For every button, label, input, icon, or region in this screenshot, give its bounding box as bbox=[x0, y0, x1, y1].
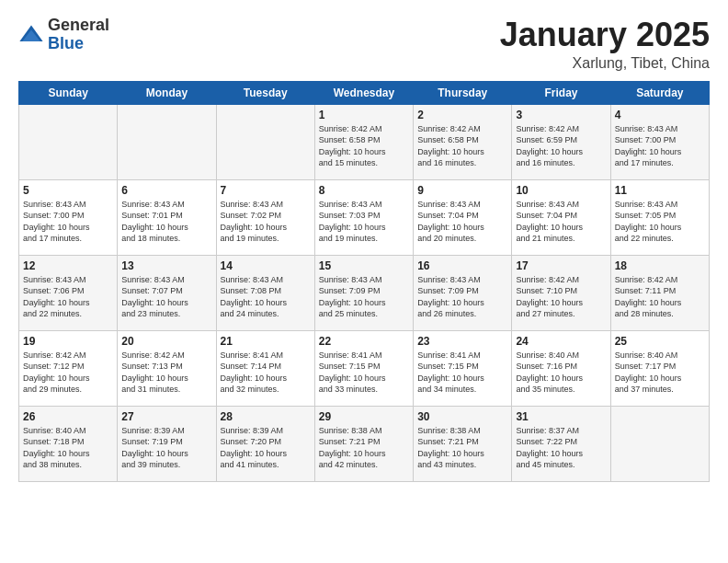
week-row-3: 12Sunrise: 8:43 AMSunset: 7:06 PMDayligh… bbox=[19, 255, 710, 330]
day-number: 6 bbox=[121, 184, 211, 197]
col-wednesday: Wednesday bbox=[314, 81, 413, 104]
day-detail: Sunrise: 8:42 AMSunset: 6:59 PMDaylight:… bbox=[516, 123, 606, 169]
day-number: 22 bbox=[319, 335, 409, 348]
day-cell: 15Sunrise: 8:43 AMSunset: 7:09 PMDayligh… bbox=[314, 255, 413, 330]
day-number: 25 bbox=[615, 335, 705, 348]
day-detail: Sunrise: 8:40 AMSunset: 7:16 PMDaylight:… bbox=[516, 350, 606, 396]
day-number: 29 bbox=[319, 410, 409, 423]
day-cell: 7Sunrise: 8:43 AMSunset: 7:02 PMDaylight… bbox=[216, 179, 314, 255]
day-detail: Sunrise: 8:40 AMSunset: 7:18 PMDaylight:… bbox=[23, 425, 113, 471]
day-cell: 27Sunrise: 8:39 AMSunset: 7:19 PMDayligh… bbox=[118, 406, 216, 481]
day-cell: 29Sunrise: 8:38 AMSunset: 7:21 PMDayligh… bbox=[314, 406, 413, 481]
day-detail: Sunrise: 8:41 AMSunset: 7:15 PMDaylight:… bbox=[319, 350, 409, 396]
day-cell: 26Sunrise: 8:40 AMSunset: 7:18 PMDayligh… bbox=[19, 406, 118, 481]
day-number: 21 bbox=[221, 335, 311, 348]
day-cell bbox=[19, 104, 118, 179]
day-number: 4 bbox=[615, 109, 705, 121]
day-cell: 22Sunrise: 8:41 AMSunset: 7:15 PMDayligh… bbox=[314, 330, 413, 406]
day-detail: Sunrise: 8:43 AMSunset: 7:02 PMDaylight:… bbox=[221, 199, 311, 245]
col-monday: Monday bbox=[118, 81, 216, 104]
day-detail: Sunrise: 8:40 AMSunset: 7:17 PMDaylight:… bbox=[615, 350, 705, 396]
day-number: 28 bbox=[221, 410, 311, 423]
day-detail: Sunrise: 8:43 AMSunset: 7:04 PMDaylight:… bbox=[516, 199, 606, 245]
col-sunday: Sunday bbox=[19, 81, 118, 104]
day-number: 20 bbox=[121, 335, 211, 348]
day-detail: Sunrise: 8:41 AMSunset: 7:14 PMDaylight:… bbox=[221, 350, 311, 396]
logo-blue: Blue bbox=[48, 34, 84, 52]
week-row-5: 26Sunrise: 8:40 AMSunset: 7:18 PMDayligh… bbox=[19, 406, 710, 481]
col-friday: Friday bbox=[512, 81, 610, 104]
day-cell: 14Sunrise: 8:43 AMSunset: 7:08 PMDayligh… bbox=[216, 255, 314, 330]
title-location: Xarlung, Tibet, China bbox=[500, 55, 710, 72]
day-cell: 11Sunrise: 8:43 AMSunset: 7:05 PMDayligh… bbox=[610, 179, 709, 255]
day-detail: Sunrise: 8:43 AMSunset: 7:00 PMDaylight:… bbox=[23, 199, 113, 245]
day-number: 14 bbox=[221, 259, 311, 272]
day-cell: 1Sunrise: 8:42 AMSunset: 6:58 PMDaylight… bbox=[314, 104, 413, 179]
day-detail: Sunrise: 8:43 AMSunset: 7:04 PMDaylight:… bbox=[417, 199, 507, 245]
day-cell: 5Sunrise: 8:43 AMSunset: 7:00 PMDaylight… bbox=[19, 179, 118, 255]
day-detail: Sunrise: 8:43 AMSunset: 7:06 PMDaylight:… bbox=[23, 274, 113, 320]
day-number: 23 bbox=[417, 335, 507, 348]
day-detail: Sunrise: 8:38 AMSunset: 7:21 PMDaylight:… bbox=[319, 425, 409, 471]
day-number: 12 bbox=[23, 259, 113, 272]
day-number: 16 bbox=[417, 259, 507, 272]
day-number: 13 bbox=[121, 259, 211, 272]
logo-text: General Blue bbox=[48, 17, 109, 53]
day-number: 10 bbox=[516, 184, 606, 197]
day-number: 19 bbox=[23, 335, 113, 348]
calendar: Sunday Monday Tuesday Wednesday Thursday… bbox=[18, 81, 710, 482]
day-number: 3 bbox=[516, 109, 606, 121]
day-detail: Sunrise: 8:42 AMSunset: 7:11 PMDaylight:… bbox=[615, 274, 705, 320]
day-number: 5 bbox=[23, 184, 113, 197]
day-cell bbox=[610, 406, 709, 481]
day-number: 26 bbox=[23, 410, 113, 423]
day-cell: 16Sunrise: 8:43 AMSunset: 7:09 PMDayligh… bbox=[414, 255, 512, 330]
day-detail: Sunrise: 8:43 AMSunset: 7:09 PMDaylight:… bbox=[417, 274, 507, 320]
day-detail: Sunrise: 8:43 AMSunset: 7:00 PMDaylight:… bbox=[615, 123, 705, 169]
logo-general: General bbox=[48, 16, 109, 34]
header: General Blue January 2025 Xarlung, Tibet… bbox=[18, 17, 710, 72]
day-detail: Sunrise: 8:42 AMSunset: 7:13 PMDaylight:… bbox=[121, 350, 211, 396]
logo-icon bbox=[18, 22, 44, 48]
day-detail: Sunrise: 8:43 AMSunset: 7:03 PMDaylight:… bbox=[319, 199, 409, 245]
day-cell: 13Sunrise: 8:43 AMSunset: 7:07 PMDayligh… bbox=[118, 255, 216, 330]
title-month: January 2025 bbox=[500, 17, 710, 53]
day-cell: 19Sunrise: 8:42 AMSunset: 7:12 PMDayligh… bbox=[19, 330, 118, 406]
day-detail: Sunrise: 8:43 AMSunset: 7:08 PMDaylight:… bbox=[221, 274, 311, 320]
day-detail: Sunrise: 8:42 AMSunset: 6:58 PMDaylight:… bbox=[417, 123, 507, 169]
day-cell: 28Sunrise: 8:39 AMSunset: 7:20 PMDayligh… bbox=[216, 406, 314, 481]
day-number: 2 bbox=[417, 109, 507, 121]
day-cell: 4Sunrise: 8:43 AMSunset: 7:00 PMDaylight… bbox=[610, 104, 709, 179]
day-number: 15 bbox=[319, 259, 409, 272]
day-number: 31 bbox=[516, 410, 606, 423]
day-number: 11 bbox=[615, 184, 705, 197]
week-row-1: 1Sunrise: 8:42 AMSunset: 6:58 PMDaylight… bbox=[19, 104, 710, 179]
col-tuesday: Tuesday bbox=[216, 81, 314, 104]
day-cell: 24Sunrise: 8:40 AMSunset: 7:16 PMDayligh… bbox=[512, 330, 610, 406]
day-cell bbox=[216, 104, 314, 179]
day-number: 18 bbox=[615, 259, 705, 272]
day-detail: Sunrise: 8:43 AMSunset: 7:01 PMDaylight:… bbox=[121, 199, 211, 245]
day-detail: Sunrise: 8:43 AMSunset: 7:09 PMDaylight:… bbox=[319, 274, 409, 320]
day-number: 7 bbox=[221, 184, 311, 197]
calendar-header-row: Sunday Monday Tuesday Wednesday Thursday… bbox=[19, 81, 710, 104]
day-number: 24 bbox=[516, 335, 606, 348]
week-row-4: 19Sunrise: 8:42 AMSunset: 7:12 PMDayligh… bbox=[19, 330, 710, 406]
day-number: 30 bbox=[417, 410, 507, 423]
day-number: 9 bbox=[417, 184, 507, 197]
day-detail: Sunrise: 8:39 AMSunset: 7:20 PMDaylight:… bbox=[221, 425, 311, 471]
day-cell: 23Sunrise: 8:41 AMSunset: 7:15 PMDayligh… bbox=[414, 330, 512, 406]
day-cell: 12Sunrise: 8:43 AMSunset: 7:06 PMDayligh… bbox=[19, 255, 118, 330]
day-detail: Sunrise: 8:42 AMSunset: 7:12 PMDaylight:… bbox=[23, 350, 113, 396]
logo: General Blue bbox=[18, 17, 109, 53]
day-cell: 18Sunrise: 8:42 AMSunset: 7:11 PMDayligh… bbox=[610, 255, 709, 330]
day-cell bbox=[118, 104, 216, 179]
day-number: 27 bbox=[121, 410, 211, 423]
day-detail: Sunrise: 8:42 AMSunset: 7:10 PMDaylight:… bbox=[516, 274, 606, 320]
col-thursday: Thursday bbox=[414, 81, 512, 104]
day-cell: 3Sunrise: 8:42 AMSunset: 6:59 PMDaylight… bbox=[512, 104, 610, 179]
day-cell: 6Sunrise: 8:43 AMSunset: 7:01 PMDaylight… bbox=[118, 179, 216, 255]
page: General Blue January 2025 Xarlung, Tibet… bbox=[0, 0, 728, 563]
day-cell: 30Sunrise: 8:38 AMSunset: 7:21 PMDayligh… bbox=[414, 406, 512, 481]
col-saturday: Saturday bbox=[610, 81, 709, 104]
